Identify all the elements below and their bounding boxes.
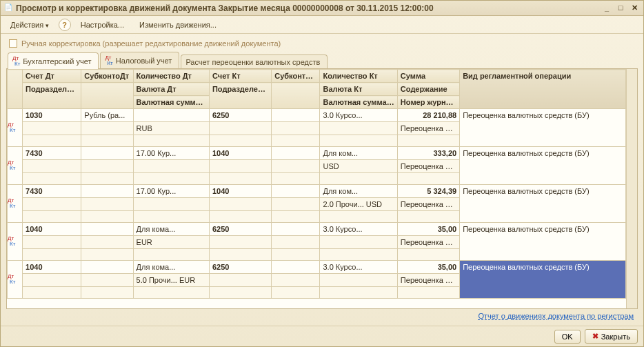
hdr-podr-dt[interactable]: Подразделение Дт [23, 83, 81, 109]
settings-button[interactable]: Настройка... [75, 19, 130, 30]
row-icon: ДтКт [8, 198, 22, 209]
tab-accounting-label: Бухгалтерский учет [23, 57, 91, 66]
minimize-button[interactable]: _ [601, 3, 613, 14]
hdr-schet-dt[interactable]: Счет Дт [23, 70, 81, 83]
titlebar: 📄 Просмотр и корректировка движений доку… [1, 1, 643, 16]
close-button[interactable]: ✖Закрыть [585, 329, 638, 344]
table-row[interactable]: ДтКт1040Для кома...62503.0 Курсо...35,00… [8, 261, 626, 274]
report-link[interactable]: Отчет о движениях документа по регистрам [478, 312, 634, 320]
footer-links: Отчет о движениях документа по регистрам [6, 309, 638, 323]
manual-edit-label: Ручная корректировка (разрешает редактир… [21, 39, 281, 48]
content: Ручная корректировка (разрешает редактир… [1, 34, 643, 326]
vertical-scrollbar[interactable] [626, 69, 637, 308]
tab-accounting[interactable]: ДтКт Бухгалтерский учет [8, 52, 99, 69]
dialog-buttons: OK ✖Закрыть [1, 326, 643, 346]
hdr-icon [8, 70, 23, 109]
maximize-button[interactable]: □ [614, 3, 627, 14]
close-label: Закрыть [601, 333, 630, 341]
table-row[interactable]: ДтКт743017.00 Кур...1040Для ком...5 324,… [8, 185, 626, 198]
hdr-sum[interactable]: Сумма [397, 70, 459, 83]
hdr-qty-dt[interactable]: Количество Дт [133, 70, 209, 83]
hdr-subk-dt[interactable]: СубконтоДт [81, 70, 133, 83]
hdr-val-dt[interactable]: Валюта Дт [133, 83, 209, 96]
grid-scroll[interactable]: Счет Дт СубконтоДт Количество Дт Счет Кт… [7, 69, 626, 308]
row-icon: ДтКт [8, 236, 22, 247]
window: 📄 Просмотр и корректировка движений доку… [0, 0, 644, 347]
hdr-val-kt[interactable]: Валюта Кт [320, 83, 397, 96]
help-button[interactable]: ? [59, 19, 71, 31]
hdr-op[interactable]: Вид регламентной операции [460, 70, 626, 109]
tab-fx[interactable]: Расчет переоценки валютных средств [181, 54, 328, 68]
manual-edit-row: Ручная корректировка (разрешает редактир… [9, 39, 638, 48]
hdr-schet-kt[interactable]: Счет Кт [209, 70, 271, 83]
manual-edit-checkbox[interactable] [9, 39, 17, 48]
grid: Счет Дт СубконтоДт Количество Дт Счет Кт… [6, 68, 638, 309]
hdr-jrn[interactable]: Номер журнала [397, 96, 459, 109]
grid-header: Счет Дт СубконтоДт Количество Дт Счет Кт… [8, 70, 626, 109]
app-icon: 📄 [3, 3, 13, 13]
hdr-subk-kt2 [272, 83, 320, 109]
row-icon: ДтКт [8, 122, 22, 133]
close-window-button[interactable]: ✕ [628, 3, 641, 14]
dtkt-icon: ДтКт [12, 56, 20, 67]
window-title: Просмотр и корректировка движений докуме… [16, 3, 599, 13]
tabs: ДтКт Бухгалтерский учет ДтКт Налоговый у… [6, 52, 638, 69]
table-row[interactable]: ДтКт1030Рубль (ра...62503.0 Курсо...28 2… [8, 109, 626, 122]
tab-tax[interactable]: ДтКт Налоговый учет [100, 52, 179, 68]
hdr-qty-kt[interactable]: Количество Кт [320, 70, 397, 83]
toolbar: Действия ? Настройка... Изменить движени… [1, 16, 643, 34]
hdr-subk-kt[interactable]: СубконтоКт [272, 70, 320, 83]
tab-fx-label: Расчет переоценки валютных средств [185, 58, 320, 66]
row-icon: ДтКт [8, 274, 22, 285]
close-icon: ✖ [592, 332, 598, 341]
actions-menu[interactable]: Действия [5, 19, 54, 30]
table-row[interactable]: ДтКт743017.00 Кур...1040Для ком...333,20… [8, 147, 626, 160]
tab-tax-label: Налоговый учет [116, 57, 172, 65]
hdr-vsum-kt[interactable]: Валютная сумма Кт [320, 96, 397, 109]
hdr-cont[interactable]: Содержание [397, 83, 459, 96]
hdr-podr-kt[interactable]: Подразделение Кт [209, 83, 271, 109]
change-moves-button[interactable]: Изменить движения... [134, 19, 222, 30]
row-icon: ДтКт [8, 160, 22, 171]
hdr-subk-dt2 [81, 83, 133, 109]
table-row[interactable]: ДтКт1040Для кома...62503.0 Курсо...35,00… [8, 223, 626, 236]
dtkt-icon: ДтКт [105, 55, 112, 66]
ok-label: OK [562, 333, 573, 341]
grid-table: Счет Дт СубконтоДт Количество Дт Счет Кт… [7, 69, 626, 299]
grid-body: ДтКт1030Рубль (ра...62503.0 Курсо...28 2… [8, 109, 626, 299]
ok-button[interactable]: OK [554, 330, 581, 344]
hdr-vsum-dt[interactable]: Валютная сумма Дт [133, 96, 209, 109]
